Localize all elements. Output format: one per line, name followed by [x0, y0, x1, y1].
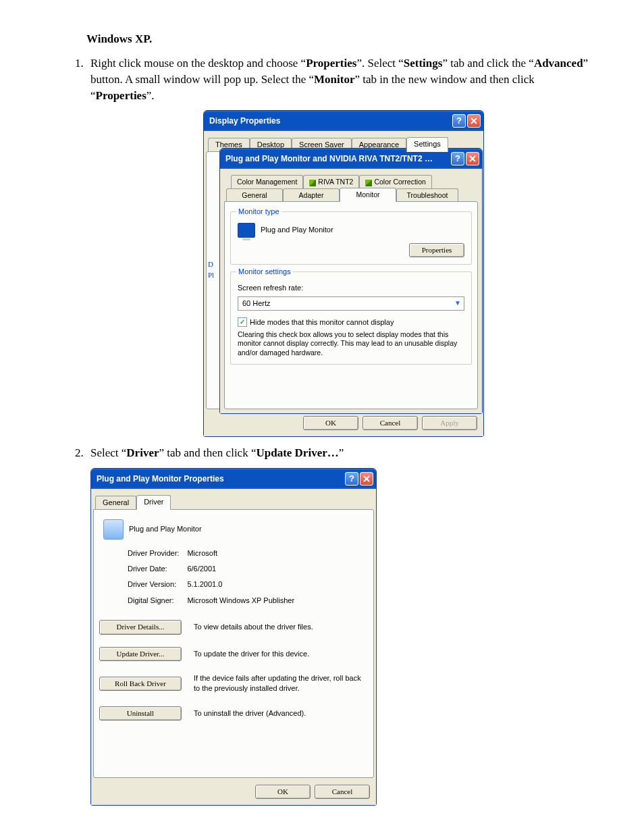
- refresh-rate-dropdown[interactable]: 60 Hertz ▼: [238, 296, 464, 311]
- hidden-panel-text: D Pl: [208, 259, 214, 280]
- window-pnp-monitor-properties: Plug and Play Monitor Properties ? Gener…: [90, 468, 377, 806]
- steps-list: Right click mouse on the desktop and cho…: [68, 55, 595, 806]
- step-1: Right click mouse on the desktop and cho…: [86, 55, 595, 434]
- group-monitor-settings: Monitor settings Screen refresh rate: 60…: [230, 271, 472, 365]
- close-icon[interactable]: [360, 472, 373, 486]
- step2-driver: Driver: [126, 446, 159, 459]
- label-driver-version: Driver Version:: [128, 577, 186, 592]
- monitor-icon: [238, 223, 255, 238]
- close-icon[interactable]: [467, 114, 481, 128]
- group-monitor-type: Monitor type Plug and Play Monitor Prope…: [230, 211, 472, 265]
- titlebar-plug-and-play-nvidia[interactable]: Plug and Play Monitor and NVIDIA RIVA TN…: [220, 149, 482, 169]
- step1-settings: Settings: [404, 57, 443, 70]
- tab-driver[interactable]: Driver: [136, 495, 171, 509]
- ok-button[interactable]: OK: [303, 416, 358, 430]
- step1-monitor: Monitor: [314, 73, 354, 86]
- nvidia-icon: [309, 180, 316, 186]
- uninstall-button[interactable]: Uninstall: [99, 706, 182, 721]
- tab-color-management[interactable]: Color Management: [231, 175, 303, 188]
- update-driver-button[interactable]: Update Driver...: [99, 647, 182, 661]
- window-plug-and-play-nvidia: Plug and Play Monitor and NVIDIA RIVA TN…: [219, 148, 483, 413]
- step1-advanced: Advanced: [534, 57, 583, 70]
- driver-info-table: Driver Provider:Microsoft Driver Date:6/…: [126, 545, 302, 610]
- legend-monitor-settings: Monitor settings: [236, 267, 293, 277]
- tab-settings[interactable]: Settings: [406, 137, 448, 151]
- label-driver-date: Driver Date:: [128, 562, 186, 576]
- label-digital-signer: Digital Signer:: [128, 594, 186, 608]
- hide-modes-note: Clearing this check box allows you to se…: [238, 330, 464, 357]
- tab-general[interactable]: General: [95, 496, 136, 509]
- desc-roll-back-driver: If the device fails after updating the d…: [194, 673, 368, 694]
- titlebar-pnp-monitor-properties[interactable]: Plug and Play Monitor Properties ?: [91, 469, 376, 489]
- title-display-properties: Display Properties: [209, 115, 280, 127]
- hide-modes-checkbox[interactable]: ✓: [238, 317, 247, 327]
- monitor-name: Plug and Play Monitor: [261, 225, 333, 235]
- cancel-button[interactable]: Cancel: [363, 416, 418, 430]
- title-plug-and-play-nvidia: Plug and Play Monitor and NVIDIA RIVA TN…: [225, 153, 435, 165]
- titlebar-display-properties[interactable]: Display Properties ?: [204, 111, 483, 131]
- device-icon: [103, 519, 124, 540]
- tab-monitor[interactable]: Monitor: [340, 188, 396, 202]
- nvidia-icon: [365, 180, 372, 186]
- refresh-rate-value: 60 Hertz: [242, 298, 271, 309]
- help-icon[interactable]: ?: [345, 472, 358, 486]
- value-driver-date: 6/6/2001: [187, 562, 301, 576]
- help-icon[interactable]: ?: [452, 114, 466, 128]
- desc-update-driver: To update the driver for this device.: [194, 649, 368, 659]
- value-driver-provider: Microsoft: [187, 546, 301, 561]
- desc-uninstall: To uninstall the driver (Advanced).: [194, 708, 368, 719]
- value-driver-version: 5.1.2001.0: [187, 577, 301, 592]
- desc-driver-details: To view details about the driver files.: [194, 622, 368, 632]
- value-digital-signer: Microsoft Windows XP Publisher: [187, 594, 301, 608]
- step-2: Select “Driver” tab and then click “Upda…: [86, 445, 595, 806]
- label-refresh-rate: Screen refresh rate:: [238, 283, 464, 293]
- tab-troubleshoot[interactable]: Troubleshoot: [396, 188, 458, 202]
- step1-properties2: Properties: [96, 89, 146, 102]
- apply-button[interactable]: Apply: [422, 416, 477, 430]
- chevron-down-icon: ▼: [454, 298, 461, 308]
- legend-monitor-type: Monitor type: [236, 207, 281, 217]
- step1-properties: Properties: [306, 57, 356, 70]
- heading-windows-xp: Windows XP.: [86, 32, 595, 46]
- properties-button[interactable]: Properties: [409, 243, 464, 257]
- close-icon[interactable]: [466, 152, 479, 165]
- label-driver-provider: Driver Provider:: [128, 546, 186, 561]
- ok-button[interactable]: OK: [255, 785, 311, 799]
- tab-adapter[interactable]: Adapter: [283, 188, 340, 202]
- tab-color-correction[interactable]: Color Correction: [359, 175, 431, 188]
- hide-modes-label: Hide modes that this monitor cannot disp…: [250, 317, 394, 328]
- tab-riva-tnt2[interactable]: RIVA TNT2: [303, 175, 359, 188]
- cancel-button[interactable]: Cancel: [315, 785, 370, 799]
- step1-text: Right click mouse on the desktop and cho…: [90, 57, 306, 70]
- driver-details-button[interactable]: Driver Details...: [99, 620, 182, 634]
- roll-back-driver-button[interactable]: Roll Back Driver: [99, 677, 182, 691]
- help-icon[interactable]: ?: [451, 152, 464, 165]
- tab-general[interactable]: General: [226, 188, 283, 202]
- title-pnp-monitor-properties: Plug and Play Monitor Properties: [97, 473, 224, 485]
- device-name: Plug and Play Monitor: [129, 524, 202, 534]
- step2-update-driver: Update Driver…: [256, 446, 338, 459]
